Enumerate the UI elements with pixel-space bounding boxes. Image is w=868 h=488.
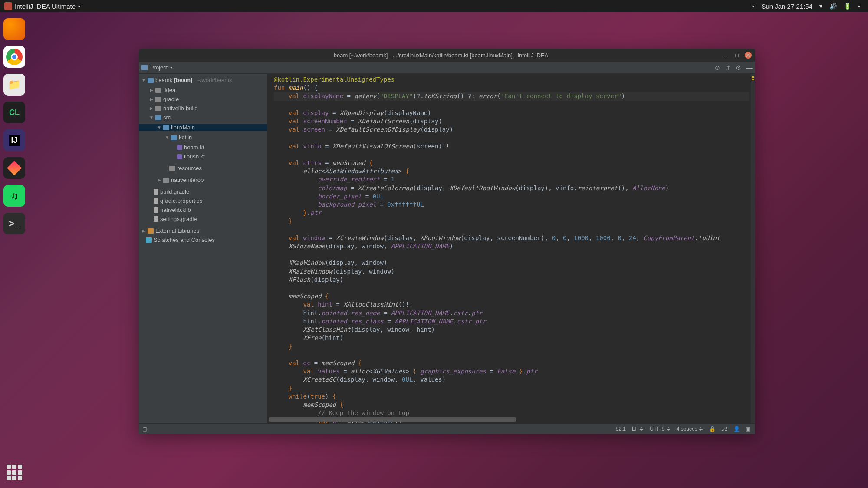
window-title: beam [~/work/beamk] - .../src/linuxMain/… — [334, 52, 549, 59]
dock-terminal[interactable]: >_ — [3, 213, 25, 234]
statusbar: ▢ 82:1 LF ≑ UTF-8 ≑ 4 spaces ≑ 🔒 ⎇ 👤 ▣ — [139, 423, 755, 434]
tree-beam-kt[interactable]: beam.kt — [139, 144, 267, 151]
locate-icon[interactable]: ⊙ — [715, 64, 720, 71]
code-editor[interactable]: @kotlin.ExperimentalUnsignedTypes fun ma… — [268, 74, 755, 423]
active-app-name[interactable]: IntelliJ IDEA Ultimate — [15, 3, 76, 10]
project-folder-icon — [141, 65, 148, 70]
tree-settings-gradle[interactable]: settings.gradle — [139, 215, 267, 223]
window-titlebar[interactable]: beam [~/work/beamk] - .../src/linuxMain/… — [139, 49, 755, 62]
tree-root[interactable]: ▼ beamk [beam] ~/work/beamk — [139, 76, 267, 84]
statusbar-memory-icon[interactable]: ▣ — [746, 426, 752, 432]
tree-external-libraries[interactable]: ▶External Libraries — [139, 227, 267, 234]
tree-scratches[interactable]: Scratches and Consoles — [139, 236, 267, 244]
minimize-button[interactable]: — — [722, 52, 729, 59]
dock-show-applications[interactable] — [7, 465, 22, 480]
launcher-dock: 📁 CL IJ ♫ >_ — [0, 12, 29, 488]
statusbar-caret-position[interactable]: 82:1 — [616, 426, 626, 432]
network-icon[interactable]: ▾ — [819, 3, 822, 10]
tree-src[interactable]: ▼src — [139, 114, 267, 121]
statusbar-indent[interactable]: 4 spaces ≑ — [677, 426, 703, 432]
tree-libusb-kt[interactable]: libusb.kt — [139, 153, 267, 160]
tree-gradle-properties[interactable]: gradle.properties — [139, 197, 267, 204]
clock[interactable]: Sun Jan 27 21:54 — [761, 3, 812, 10]
tool-windows-icon[interactable]: ▢ — [142, 426, 148, 432]
statusbar-encoding[interactable]: UTF-8 ≑ — [650, 426, 670, 432]
input-source-dropdown-icon[interactable]: ▾ — [752, 4, 754, 9]
volume-icon[interactable]: 🔊 — [829, 3, 837, 10]
system-menu-dropdown-icon[interactable]: ▾ — [858, 4, 860, 9]
statusbar-readonly-icon[interactable]: 🔒 — [709, 426, 715, 432]
hide-icon[interactable]: — — [746, 64, 753, 71]
dock-firefox[interactable] — [3, 18, 25, 40]
project-tool-header: Project ▾ ⊙ ⇵ ⚙ — — [139, 62, 755, 74]
project-tree[interactable]: ▼ beamk [beam] ~/work/beamk ▶.idea ▶grad… — [139, 74, 268, 423]
tree-build-gradle[interactable]: build.gradle — [139, 188, 267, 195]
tree-nativelib-build[interactable]: ▶nativelib-build — [139, 105, 267, 112]
system-top-panel: IntelliJ IDEA Ultimate ▾ ▾ Sun Jan 27 21… — [0, 0, 868, 12]
dock-spotify[interactable]: ♫ — [3, 185, 25, 207]
dock-clion[interactable]: CL — [3, 102, 25, 123]
project-tool-label[interactable]: Project — [150, 64, 168, 71]
editor-error-stripe[interactable] — [751, 74, 755, 423]
dock-chrome[interactable] — [3, 46, 25, 68]
tree-nativelib-klib[interactable]: nativelib.klib — [139, 206, 267, 214]
app-menu-dropdown-icon[interactable]: ▾ — [78, 4, 80, 9]
intellij-window: beam [~/work/beamk] - .../src/linuxMain/… — [139, 49, 755, 434]
maximize-button[interactable]: □ — [733, 52, 740, 59]
dock-files[interactable]: 📁 — [3, 74, 25, 96]
tree-linuxmain[interactable]: ▼linuxMain — [139, 124, 267, 131]
battery-icon[interactable]: 🔋 — [844, 3, 851, 10]
tree-resources[interactable]: resources — [139, 165, 267, 172]
tree-kotlin[interactable]: ▼kotlin — [139, 134, 267, 141]
editor-horizontal-scrollbar[interactable] — [269, 417, 516, 422]
collapse-icon[interactable]: ⇵ — [725, 64, 730, 71]
statusbar-git-icon[interactable]: ⎇ — [721, 426, 727, 432]
statusbar-line-separator[interactable]: LF ≑ — [632, 426, 644, 432]
tree-idea[interactable]: ▶.idea — [139, 86, 267, 94]
project-dropdown-icon[interactable]: ▾ — [170, 65, 172, 70]
settings-gear-icon[interactable]: ⚙ — [736, 64, 741, 71]
app-indicator-icon — [4, 2, 12, 10]
close-button[interactable]: ✕ — [745, 52, 752, 59]
dock-intellij[interactable]: IJ — [3, 129, 25, 151]
tree-gradle[interactable]: ▶gradle — [139, 96, 267, 103]
tree-nativeinterop[interactable]: ▶nativeInterop — [139, 176, 267, 184]
dock-toolbox[interactable] — [3, 157, 25, 179]
statusbar-inspection-icon[interactable]: 👤 — [733, 426, 740, 432]
